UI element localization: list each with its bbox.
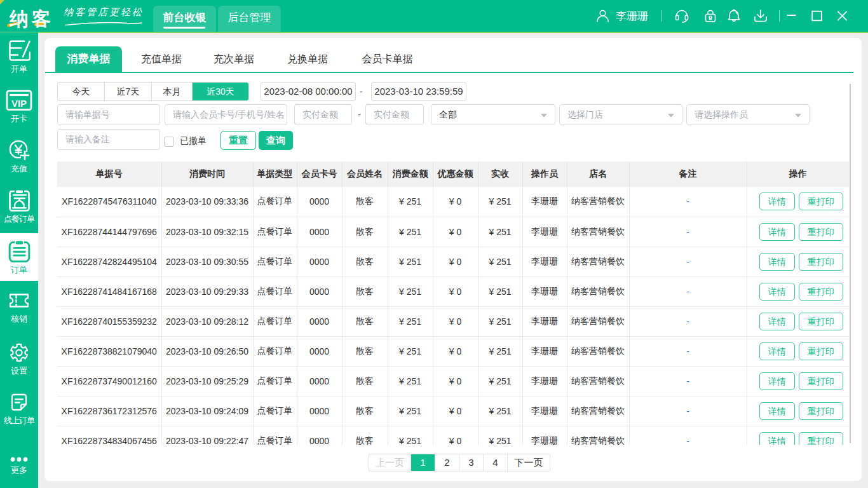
svg-text:VIP: VIP [11,98,27,109]
